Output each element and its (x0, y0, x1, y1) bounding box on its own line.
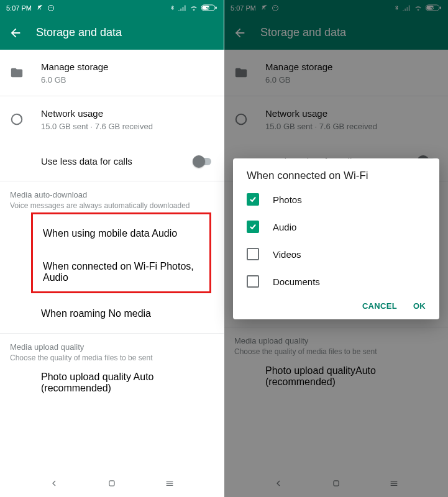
svg-text:58: 58 (206, 6, 211, 10)
option-videos[interactable]: Videos (233, 240, 439, 268)
folder-icon (10, 66, 24, 80)
svg-rect-8 (109, 481, 114, 486)
network-usage-row[interactable]: Network usage 15.0 GB sent · 7.6 GB rece… (0, 96, 224, 142)
status-time: 5:07 PM (6, 4, 32, 12)
checkbox-icon[interactable] (247, 248, 259, 260)
network-usage-title: Network usage (41, 107, 214, 120)
app-bar: Storage and data (0, 16, 224, 50)
roaming-row[interactable]: When roaming No media (0, 294, 224, 333)
bluetooth-icon (170, 4, 175, 12)
less-data-row[interactable]: Use less data for calls (0, 142, 224, 181)
nav-recents[interactable] (157, 471, 182, 496)
screen-right: 5:07 PM 58 Storage and data Manage stora… (224, 0, 448, 497)
manage-storage-row[interactable]: Manage storage 6.0 GB (0, 50, 224, 96)
network-usage-sub: 15.0 GB sent · 7.6 GB received (41, 122, 214, 131)
checkbox-icon[interactable] (247, 221, 259, 233)
mobile-data-title: When using mobile data (43, 228, 150, 239)
sticker-icon (47, 4, 55, 12)
cancel-button[interactable]: CANCEL (362, 301, 397, 311)
photo-quality-row[interactable]: Photo upload quality Auto (recommended) (0, 363, 224, 402)
nav-bar (0, 470, 224, 497)
wifi-icon (190, 4, 198, 11)
checkbox-icon[interactable] (247, 275, 259, 288)
less-data-title: Use less data for calls (41, 155, 193, 168)
signal-icon (178, 4, 186, 11)
svg-point-0 (48, 5, 53, 11)
back-button[interactable] (9, 26, 22, 40)
mobile-data-row[interactable]: When using mobile data Audio (33, 214, 209, 253)
wifi-title: When connected on Wi-Fi (43, 261, 157, 271)
nav-back[interactable] (42, 471, 66, 496)
wifi-download-dialog: When connected on Wi-Fi Photos Audio Vid… (233, 158, 439, 319)
manage-storage-sub: 6.0 GB (41, 75, 214, 84)
wifi-row[interactable]: When connected on Wi-Fi Photos, Audio (33, 253, 209, 291)
svg-point-1 (50, 7, 51, 8)
page-title: Storage and data (36, 26, 122, 39)
status-bar: 5:07 PM 58 (0, 0, 224, 16)
ok-button[interactable]: OK (413, 301, 426, 311)
data-usage-icon (10, 112, 24, 126)
roaming-sub: No media (109, 308, 151, 319)
checkbox-icon[interactable] (247, 193, 259, 206)
nav-home[interactable] (99, 471, 124, 496)
settings-content: Manage storage 6.0 GB Network usage 15.0… (0, 50, 224, 470)
highlight-annotation: When using mobile data Audio When connec… (31, 212, 211, 293)
media-download-header: Media auto-download Voice messages are a… (0, 181, 224, 211)
manage-storage-title: Manage storage (41, 61, 214, 73)
roaming-title: When roaming (41, 308, 106, 319)
screen-left: 5:07 PM 58 Storage and data Manage stora… (0, 0, 224, 497)
photo-quality-title: Photo upload quality (41, 372, 131, 382)
battery-icon: 58 (201, 4, 217, 12)
mobile-data-sub: Audio (152, 228, 177, 239)
option-photos[interactable]: Photos (233, 186, 439, 213)
option-audio[interactable]: Audio (233, 213, 439, 240)
option-documents[interactable]: Documents (233, 268, 439, 295)
mute-icon (35, 4, 43, 12)
less-data-toggle[interactable] (193, 155, 214, 168)
svg-rect-5 (216, 7, 217, 9)
svg-point-2 (52, 7, 53, 8)
upload-quality-header: Media upload quality Choose the quality … (0, 334, 224, 363)
dialog-title: When connected on Wi-Fi (233, 158, 439, 186)
